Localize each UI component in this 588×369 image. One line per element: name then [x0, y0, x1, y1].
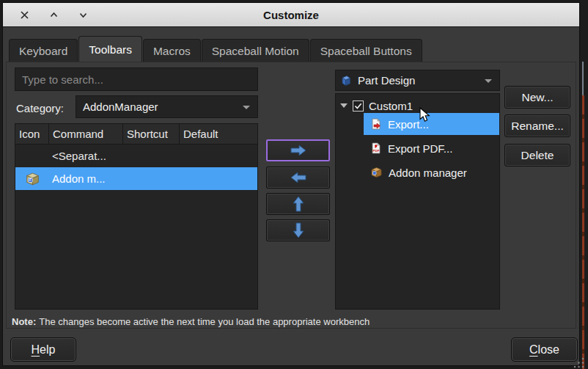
chevron-down-icon	[485, 79, 492, 83]
window-title: Customize	[3, 3, 579, 26]
arrow-left-icon	[290, 172, 306, 183]
custom1-checkbox[interactable]	[353, 101, 364, 112]
background-gray-line	[582, 62, 584, 95]
category-label: Category:	[16, 97, 64, 119]
titlebar[interactable]: Customize	[3, 3, 579, 27]
close-button[interactable]: Close	[511, 337, 578, 362]
column-header-shortcut[interactable]: Shortcut	[123, 124, 180, 144]
column-header-default[interactable]: Default	[180, 124, 257, 144]
move-left-button[interactable]	[266, 167, 330, 189]
command-row-addon-manager[interactable]: F Addon m...	[15, 167, 257, 190]
arrow-down-icon	[293, 222, 304, 238]
custom-toolbar-tree: Custom1 Export... PDF Export PDF...	[335, 93, 500, 310]
export-file-icon	[370, 118, 382, 130]
rename-button[interactable]: Rename...	[504, 114, 570, 137]
check-icon	[354, 102, 362, 110]
commands-table: Icon Command Shortcut Default <Separat..…	[15, 123, 258, 310]
chevron-up-icon	[49, 10, 59, 20]
export-pdf-icon: PDF	[370, 142, 382, 154]
window-maximize-button[interactable]	[48, 10, 59, 20]
move-down-button[interactable]	[266, 219, 330, 241]
tab-keyboard[interactable]: Keyboard	[9, 39, 78, 62]
tree-item-export-pdf[interactable]: PDF Export PDF...	[370, 137, 452, 159]
command-row-separator[interactable]: <Separat...	[15, 145, 257, 167]
help-button[interactable]: Help	[10, 337, 76, 362]
tabbar: Keyboard Toolbars Macros Spaceball Motio…	[9, 37, 423, 62]
addon-manager-box-icon	[370, 167, 383, 178]
tab-spaceball-buttons[interactable]: Spaceball Buttons	[310, 39, 422, 62]
chevron-down-icon	[78, 10, 88, 20]
expander-icon[interactable]	[340, 103, 348, 108]
note-text: Note:The changes become active the next …	[12, 316, 370, 327]
arrow-up-icon	[293, 196, 304, 212]
category-value: AddonManager	[83, 101, 158, 113]
category-select[interactable]: AddonManager	[76, 95, 258, 118]
move-right-button[interactable]	[266, 139, 330, 161]
chevron-down-icon	[243, 106, 250, 109]
close-icon	[20, 10, 29, 20]
move-up-button[interactable]	[266, 193, 330, 215]
column-header-icon[interactable]: Icon	[15, 124, 49, 144]
commands-table-header: Icon Command Shortcut Default	[15, 124, 257, 145]
tree-item-export[interactable]: Export...	[364, 113, 499, 135]
part-design-icon	[340, 75, 352, 87]
addon-manager-box-icon: F	[26, 172, 40, 186]
screen: Customize Keyboard Toolbars Macros Space…	[0, 0, 588, 369]
resize-grip-icon	[572, 357, 585, 369]
resize-grip[interactable]	[572, 357, 585, 369]
column-header-command[interactable]: Command	[49, 124, 123, 144]
tree-item-addon-manager[interactable]: Addon manager	[370, 161, 467, 183]
background-red-line	[582, 95, 584, 369]
svg-text:PDF: PDF	[373, 149, 380, 153]
window-minimize-button[interactable]	[78, 10, 88, 20]
svg-text:F: F	[29, 178, 31, 182]
tab-toolbars[interactable]: Toolbars	[78, 36, 142, 62]
delete-button[interactable]: Delete	[504, 144, 570, 167]
tab-macros[interactable]: Macros	[143, 39, 201, 62]
workbench-value: Part Design	[358, 74, 415, 87]
tab-spaceball-motion[interactable]: Spaceball Motion	[202, 39, 309, 62]
workbench-select[interactable]: Part Design	[335, 70, 500, 91]
arrow-right-icon	[290, 145, 306, 156]
new-button[interactable]: New...	[504, 86, 570, 109]
tree-item-custom1[interactable]: Custom1	[340, 97, 413, 114]
search-input[interactable]	[15, 67, 258, 91]
window-close-button[interactable]	[19, 10, 29, 20]
